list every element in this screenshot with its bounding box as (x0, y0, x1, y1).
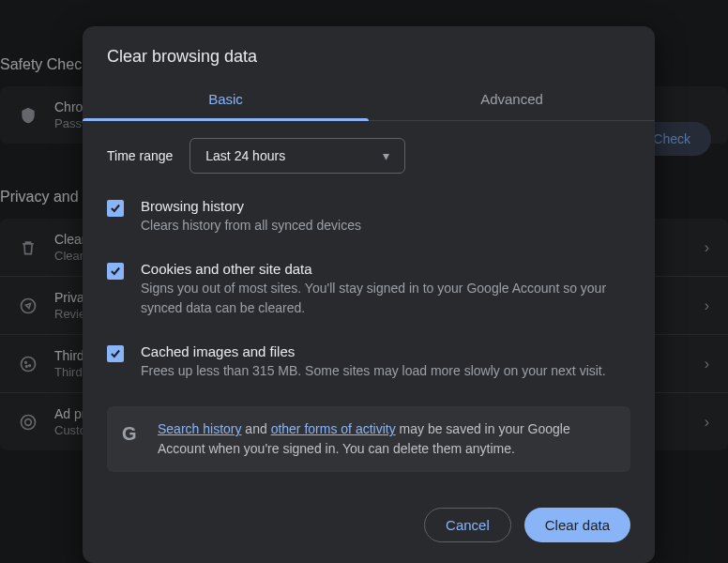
dialog-title: Clear browsing data (83, 26, 655, 80)
dialog-footer: Cancel Clear data (83, 491, 655, 563)
dialog-tabs: Basic Advanced (83, 80, 655, 121)
cancel-button[interactable]: Cancel (424, 508, 511, 542)
option-title: Browsing history (141, 198, 630, 214)
clear-data-button[interactable]: Clear data (524, 508, 630, 542)
option-cache: Cached images and files Frees up less th… (107, 343, 630, 380)
option-title: Cached images and files (141, 343, 630, 359)
checkbox-cookies[interactable] (107, 263, 124, 280)
google-icon: G (122, 419, 143, 459)
dialog-scroll-area[interactable]: Time range Last 24 hours ▾ Browsing hist… (83, 121, 655, 491)
option-desc: Signs you out of most sites. You'll stay… (141, 279, 630, 317)
time-range-label: Time range (107, 148, 173, 163)
checkbox-browsing-history[interactable] (107, 200, 124, 217)
other-activity-link[interactable]: other forms of activity (271, 421, 396, 436)
time-range-value: Last 24 hours (205, 148, 285, 163)
option-cookies: Cookies and other site data Signs you ou… (107, 261, 630, 317)
checkbox-cache[interactable] (107, 345, 124, 362)
option-title: Cookies and other site data (141, 261, 630, 277)
tab-advanced[interactable]: Advanced (369, 80, 655, 120)
option-browsing-history: Browsing history Clears history from all… (107, 198, 630, 235)
option-desc: Frees up less than 315 MB. Some sites ma… (141, 361, 630, 380)
clear-browsing-data-dialog: Clear browsing data Basic Advanced Time … (83, 26, 655, 563)
time-range-select[interactable]: Last 24 hours ▾ (190, 138, 405, 174)
tab-basic[interactable]: Basic (83, 80, 369, 120)
chevron-down-icon: ▾ (383, 148, 389, 163)
option-desc: Clears history from all synced devices (141, 216, 630, 235)
search-history-link[interactable]: Search history (158, 421, 241, 436)
google-account-note: G Search history and other forms of acti… (107, 406, 630, 472)
